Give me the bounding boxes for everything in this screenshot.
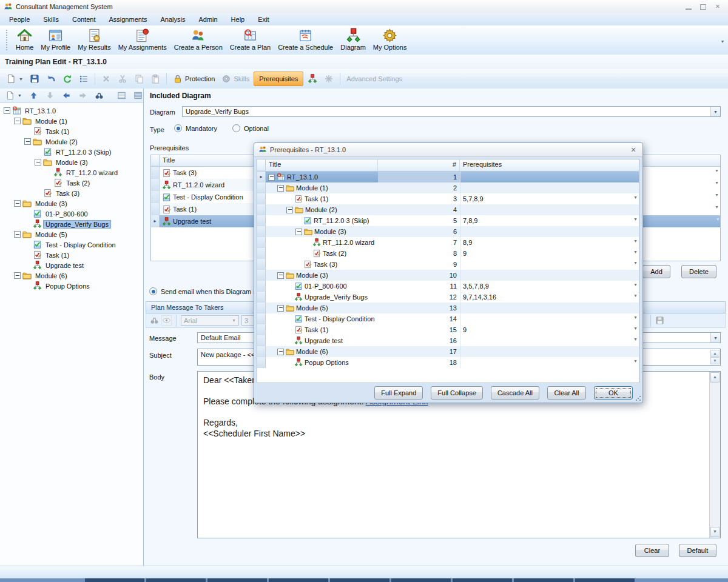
prerequisite-dropdown-cell[interactable] [460,182,639,193]
prerequisite-dropdown-cell[interactable]: 9,7,14,3,16 ▼ [460,292,639,303]
menu-item-assignments[interactable]: Assignments [102,15,153,24]
toolbar-button-my-profile[interactable]: My Profile [37,27,74,52]
dialog-header-prerequisites[interactable]: Prerequisites [460,159,639,171]
undo-button[interactable] [44,72,58,85]
chevron-down-icon[interactable]: ▼ [715,181,719,185]
prerequisite-dropdown-cell[interactable]: 7,8,9 ▼ [460,215,639,226]
menu-item-people[interactable]: People [2,15,36,24]
minimize-button[interactable] [684,4,693,10]
dialog-row-task-3-[interactable]: Task (3) 9 ▼ [257,259,639,270]
collapse-icon[interactable] [286,207,293,213]
dialog-row-task-2-[interactable]: Task (2) 8 9 ▼ [257,248,639,259]
chevron-down-icon[interactable]: ▼ [633,337,638,341]
clear-all-button[interactable]: Clear All [547,386,586,400]
prerequisite-dropdown-cell[interactable] [460,226,639,237]
prerequisite-dropdown-cell[interactable]: ▼ [460,313,639,324]
tree-item-task-2-[interactable]: Task (2) [1,178,143,188]
menu-item-exit[interactable]: Exit [251,15,275,24]
font-name-combobox[interactable]: Arial ▼ [181,315,239,326]
prerequisite-dropdown-cell[interactable]: 9 ▼ [460,248,639,259]
find-button[interactable] [92,89,106,102]
collapse-icon[interactable] [35,159,41,166]
radio-selected-icon[interactable] [174,124,182,132]
list-view-button[interactable] [115,89,129,102]
tree-item-module-1-[interactable]: Module (1) [1,116,143,126]
find-icon[interactable] [150,316,159,325]
toolbar-button-create-a-plan[interactable]: Create a Plan [226,27,274,52]
menu-item-skills[interactable]: Skills [36,15,66,24]
tree-item-task-1-[interactable]: Task (1) [1,126,143,136]
collapse-icon[interactable] [268,174,275,181]
prerequisite-dropdown-cell[interactable] [460,303,639,313]
tree-item-module-3-[interactable]: Module (3) [1,157,143,167]
chevron-down-icon[interactable]: ▼ [633,293,638,298]
delete-button[interactable]: Delete [681,265,716,278]
collapse-icon[interactable] [277,305,284,312]
chevron-down-icon[interactable]: ▼ [710,333,720,343]
collapse-icon[interactable] [14,200,21,207]
dialog-row-test-display-condition[interactable]: Test - Display Condition 14 ▼ [257,313,639,324]
resize-grip[interactable] [635,395,641,401]
dialog-row-rt-13-1-0[interactable]: ▸ RT_13.1.0 1 [257,172,639,182]
refresh-button[interactable] [60,72,75,85]
chevron-down-icon[interactable]: ▼ [633,250,638,254]
details-view-button[interactable] [131,89,145,102]
prerequisite-dropdown-cell[interactable] [460,204,639,215]
dialog-header-title[interactable]: Title [266,159,378,171]
prerequisite-dropdown-cell[interactable]: 3,5,7,8,9 ▼ [460,281,639,292]
new-button[interactable]: ▼ [4,72,25,85]
chevron-down-icon[interactable]: ▼ [633,359,638,363]
toolbar-button-my-assignments[interactable]: My Assignments [115,27,170,52]
tree-item-module-2-[interactable]: Module (2) [1,136,143,147]
toolbar-button-create-a-person[interactable]: Create a Person [170,27,226,52]
save-button[interactable] [27,72,42,85]
chevron-down-icon[interactable]: ▾ [716,217,719,222]
full-expand-button[interactable]: Full Expand [374,386,423,400]
move-up-button[interactable] [27,89,41,102]
chevron-down-icon[interactable]: ▼ [633,326,638,330]
collapse-icon[interactable] [277,185,284,192]
scroll-up-icon[interactable]: ▲ [710,372,720,383]
scroll-down-icon[interactable]: ▼ [710,357,720,364]
protection-button[interactable]: Protection [170,72,218,85]
scroll-down-icon[interactable]: ▼ [710,527,720,537]
ok-button[interactable]: OK [594,386,633,400]
prerequisite-dropdown-cell[interactable] [460,270,639,281]
chevron-down-icon[interactable]: ▼ [633,217,638,221]
tree-item-test-display-condition[interactable]: Test - Display Condition [1,239,143,250]
prerequisite-dropdown-cell[interactable] [460,172,639,182]
close-button[interactable]: ✕ [713,4,722,10]
chevron-down-icon[interactable]: ▼ [633,315,638,319]
scroll-up-icon[interactable]: ▲ [710,350,720,357]
collapse-icon[interactable] [14,118,21,124]
dialog-row-01-p-800-600[interactable]: 01-P_800-600 11 3,5,7,8,9 ▼ [257,281,639,292]
chevron-down-icon[interactable]: ▼ [633,283,638,287]
prerequisite-dropdown-cell[interactable]: ▼ [460,335,639,346]
tree-item-task-1-[interactable]: Task (1) [1,250,143,260]
tree-item-upgrade-test[interactable]: Upgrade test [1,260,143,270]
tree-item-module-5-[interactable]: Module (5) [1,229,143,239]
chevron-down-icon[interactable]: ▼ [633,239,638,243]
dialog-row-task-1-[interactable]: Task (1) 15 9 ▼ [257,324,639,335]
tree-item-task-3-[interactable]: Task (3) [1,188,143,198]
radio-selected-icon[interactable] [149,287,157,295]
dialog-header-num[interactable]: # [378,159,460,171]
list-button[interactable] [76,72,91,85]
toolbar-button-my-options[interactable]: My Options [369,27,411,52]
menu-item-content[interactable]: Content [66,15,103,24]
dialog-row-module-5-[interactable]: Module (5) 13 [257,303,639,313]
prerequisites-button[interactable]: Prerequisites [254,72,303,86]
dialog-row-upgrade-verify-bugs[interactable]: Upgrade_Verify Bugs 12 9,7,14,3,16 ▼ [257,292,639,303]
prerequisite-dropdown-cell[interactable]: 9 ▼ [460,324,639,335]
tree-new-button[interactable]: ▼ [3,89,24,102]
toolbar-overflow-icon[interactable]: ▾ [718,32,727,50]
tree-item-popup-options[interactable]: Popup Options [1,281,143,291]
menu-item-analysis[interactable]: Analysis [153,15,192,24]
full-collapse-button[interactable]: Full Collapse [431,386,483,400]
collapse-icon[interactable] [14,272,21,279]
mandatory-radio[interactable]: Mandatory [174,124,217,132]
toolbar-button-diagram[interactable]: Diagram [337,27,369,52]
chevron-down-icon[interactable]: ▼ [715,169,719,173]
body-scrollbar[interactable]: ▲ ▼ [709,372,720,538]
dialog-title-bar[interactable]: Prerequisites - RT_13.1.0 ✕ [254,143,642,157]
